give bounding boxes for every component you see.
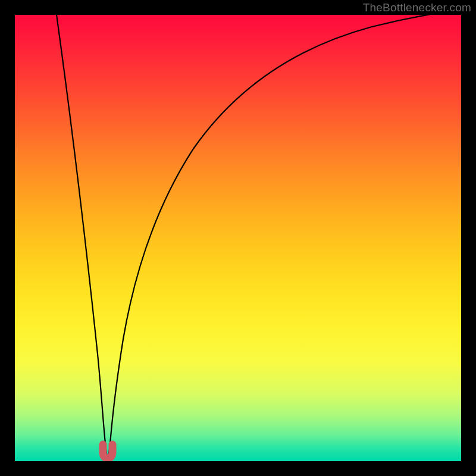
bottleneck-curve bbox=[45, 15, 461, 456]
chart-frame: TheBottlenecker.com bbox=[0, 0, 476, 476]
curve-layer bbox=[15, 15, 461, 461]
plot-area bbox=[15, 15, 461, 461]
optimum-marker bbox=[103, 444, 112, 458]
watermark-text: TheBottlenecker.com bbox=[363, 1, 471, 14]
